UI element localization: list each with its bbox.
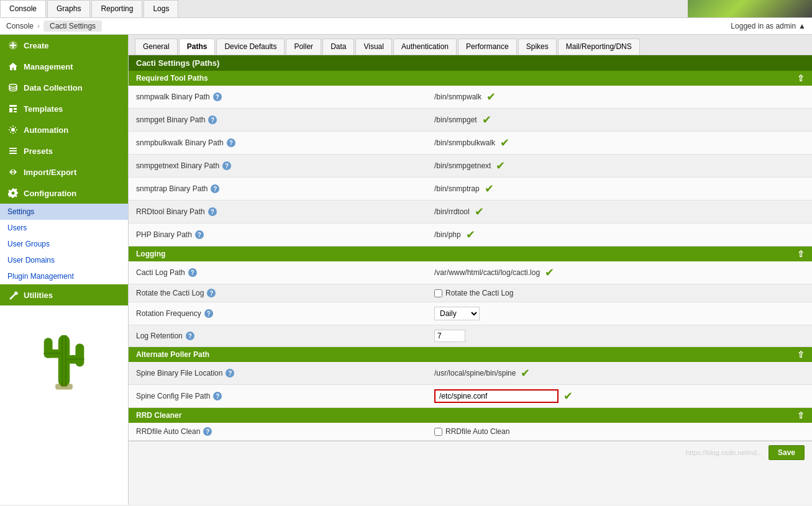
rotate-log-checkbox-label: Rotate the Cacti Log [434,289,513,297]
value-php: /bin/php ✔ [434,228,805,242]
rotate-log-checkbox[interactable] [434,289,442,297]
sidebar-item-templates[interactable]: Templates [0,98,128,119]
value-snmpbulkwalk: /bin/snmpbulkwalk ✔ [434,136,805,150]
sidebar-item-user-groups[interactable]: User Groups [0,236,128,252]
tab-data[interactable]: Data [322,38,354,55]
top-navigation: Console Graphs Reporting Logs [0,0,812,18]
help-rrdfile-autoclean[interactable]: ? [203,427,212,436]
sidebar: Create Management Data Collection Templa… [0,35,129,505]
row-snmpwalk: snmpwalk Binary Path ? /bin/snmpwalk ✔ [129,86,812,109]
svg-rect-11 [9,153,17,154]
tab-console[interactable]: Console [0,0,46,17]
label-snmpgetnext: snmpgetnext Binary Path ? [136,161,434,170]
sidebar-item-presets[interactable]: Presets [0,140,128,161]
help-spine-config[interactable]: ? [213,392,222,400]
collapse-rrd-btn[interactable]: ⇧ [797,410,805,420]
settings-tabs: General Paths Device Defaults Poller Dat… [129,35,812,55]
help-snmpwalk[interactable]: ? [213,93,222,101]
help-rotation-freq[interactable]: ? [204,309,213,318]
tab-performance[interactable]: Performance [458,38,517,55]
svg-rect-15 [44,338,53,358]
help-rrdtool[interactable]: ? [208,207,217,216]
help-rotate-log[interactable]: ? [207,289,216,297]
value-rrdtool: /bin/rrdtool ✔ [434,205,805,219]
main-layout: Create Management Data Collection Templa… [0,35,812,505]
template-icon [7,103,19,114]
label-snmptrap: snmptrap Binary Path ? [136,184,434,193]
row-snmpgetnext: snmpgetnext Binary Path ? /bin/snmpgetne… [129,155,812,178]
collapse-logging-btn[interactable]: ⇧ [797,249,805,259]
sidebar-templates-label: Templates [24,104,63,114]
page-title: Cacti Settings (Paths) [136,58,219,68]
save-button[interactable]: Save [769,445,805,460]
breadcrumb-separator: › [37,22,40,30]
value-snmptrap: /bin/snmptrap ✔ [434,182,805,196]
help-log-retention[interactable]: ? [186,332,194,340]
help-spine-binary[interactable]: ? [226,369,234,377]
sidebar-management-label: Management [24,62,73,71]
row-cacti-log-path: Cacti Log Path ? /var/www/html/cacti/log… [129,261,812,284]
sidebar-item-configuration[interactable]: Configuration [0,183,128,204]
sidebar-item-utilities[interactable]: Utilities [0,284,128,305]
sidebar-item-importexport[interactable]: Import/Export [0,161,128,183]
sidebar-importexport-label: Import/Export [24,168,76,177]
sidebar-item-user-domains[interactable]: User Domains [0,252,128,268]
section-alternate-poller: Alternate Poller Path ⇧ [129,347,812,362]
tab-visual[interactable]: Visual [355,38,391,55]
header-bar: Console › Cacti Settings Logged in as ad… [0,18,812,35]
automation-icon [7,124,19,135]
collapse-poller-btn[interactable]: ⇧ [797,350,805,359]
sidebar-item-automation[interactable]: Automation [0,119,128,140]
sidebar-item-management[interactable]: Management [0,56,128,77]
user-icon: ▲ [798,22,806,30]
sidebar-create-label: Create [24,41,48,50]
sidebar-item-data-collection[interactable]: Data Collection [0,77,128,98]
breadcrumb-console[interactable]: Console [6,22,34,30]
page-title-bar: Cacti Settings (Paths) [129,55,812,71]
tab-mail-reporting-dns[interactable]: Mail/Reporting/DNS [558,38,640,55]
help-snmpget[interactable]: ? [208,115,217,124]
value-snmpget: /bin/snmpget ✔ [434,113,805,127]
svg-rect-5 [9,108,12,112]
sidebar-item-plugin-management[interactable]: Plugin Management [0,268,128,284]
rrdfile-autoclean-checkbox[interactable] [434,428,442,436]
svg-rect-10 [9,150,17,151]
row-rrdfile-autoclean: RRDfile Auto Clean ? RRDfile Auto Clean [129,423,812,441]
sidebar-item-settings[interactable]: Settings [0,204,128,220]
spine-config-input[interactable] [434,389,559,403]
tab-general[interactable]: General [135,38,178,55]
label-snmpwalk: snmpwalk Binary Path ? [136,93,434,101]
label-snmpget: snmpget Binary Path ? [136,115,434,124]
tab-spikes[interactable]: Spikes [518,38,557,55]
tab-device-defaults[interactable]: Device Defaults [216,38,285,55]
content-area: General Paths Device Defaults Poller Dat… [129,35,812,505]
label-rotate-log: Rotate the Cacti Log ? [136,289,434,297]
section-poller-label: Alternate Poller Path [136,350,209,359]
help-cacti-log[interactable]: ? [188,268,197,277]
breadcrumb-settings[interactable]: Cacti Settings [43,20,102,32]
check-cacti-log: ✔ [545,266,554,279]
section-logging: Logging ⇧ [129,246,812,261]
tab-poller[interactable]: Poller [286,38,321,55]
tab-authentication[interactable]: Authentication [393,38,457,55]
rotation-frequency-select[interactable]: Daily Weekly Monthly [434,307,480,320]
sidebar-item-users[interactable]: Users [0,220,128,236]
help-php[interactable]: ? [195,230,204,239]
label-log-retention: Log Retention ? [136,332,434,340]
tab-logs[interactable]: Logs [144,0,178,17]
sidebar-item-create[interactable]: Create [0,35,128,56]
label-cacti-log: Cacti Log Path ? [136,268,434,277]
row-snmptrap: snmptrap Binary Path ? /bin/snmptrap ✔ [129,178,812,201]
tab-graphs[interactable]: Graphs [47,0,90,17]
log-retention-input[interactable] [434,330,465,342]
help-snmpbulkwalk[interactable]: ? [227,138,235,147]
help-snmpgetnext[interactable]: ? [222,161,231,170]
row-snmpbulkwalk: snmpbulkwalk Binary Path ? /bin/snmpbulk… [129,132,812,155]
section-required-tool-paths: Required Tool Paths ⇧ [129,71,812,86]
tab-reporting[interactable]: Reporting [91,0,142,17]
help-snmptrap[interactable]: ? [211,184,219,193]
user-info: Logged in as admin ▲ [731,22,806,30]
collapse-required-btn[interactable]: ⇧ [797,73,805,83]
section-logging-label: Logging [136,250,165,258]
tab-paths[interactable]: Paths [179,38,216,55]
